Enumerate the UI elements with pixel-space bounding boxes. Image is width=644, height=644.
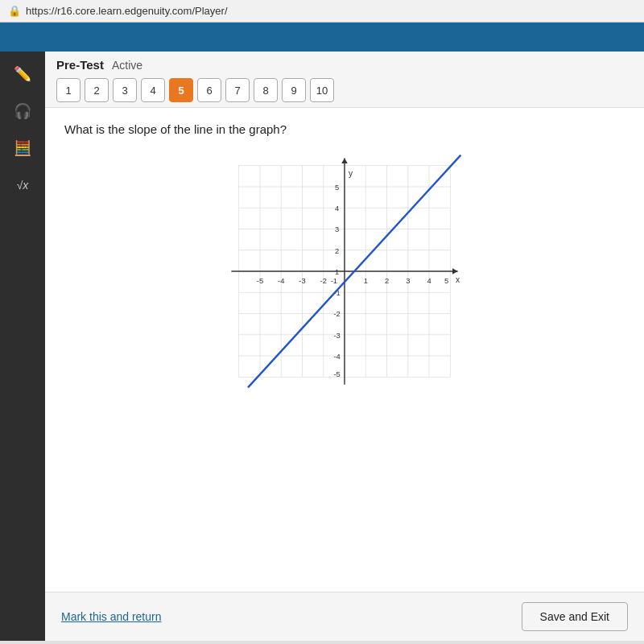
footer: Mark this and return Save and Exit [45,592,644,641]
content-area: ✏️ 🎧 🧮 √x Pre-Test Active 12345678910 Wh… [0,52,644,641]
svg-text:-1: -1 [331,277,337,285]
svg-text:-5: -5 [333,370,340,378]
svg-text:1: 1 [364,277,368,285]
question-btn-8[interactable]: 8 [254,78,278,102]
svg-marker-22 [341,158,348,163]
active-label: Active [112,59,142,72]
svg-text:5: 5 [444,277,448,285]
main-content: Pre-Test Active 12345678910 What is the … [45,52,644,641]
question-btn-2[interactable]: 2 [85,78,109,102]
svg-text:-4: -4 [333,353,340,361]
svg-text:-3: -3 [333,332,340,340]
pencil-icon[interactable]: ✏️ [6,58,39,90]
svg-text:-2: -2 [333,310,340,318]
svg-text:-2: -2 [320,277,327,285]
svg-text:y: y [349,169,353,178]
top-nav [0,23,644,52]
save-exit-button[interactable]: Save and Exit [522,602,628,631]
url-bar: https://r16.core.learn.edgenuity.com/Pla… [26,5,228,17]
question-btn-9[interactable]: 9 [282,78,306,102]
question-body: What is the slope of the line in the gra… [45,108,644,592]
graph-container: -5 -4 -3 -2 -1 1 2 3 4 5 x 5 4 [64,151,625,392]
question-btn-4[interactable]: 4 [141,78,165,102]
mark-return-link[interactable]: Mark this and return [61,610,162,623]
question-btn-5[interactable]: 5 [169,78,193,102]
pretest-label: Pre-Test [56,58,104,72]
question-btn-6[interactable]: 6 [197,78,221,102]
question-text: What is the slope of the line in the gra… [64,122,625,136]
lock-icon: 🔒 [8,5,21,17]
formula-icon[interactable]: √x [6,169,39,201]
browser-bar: 🔒 https://r16.core.learn.edgenuity.com/P… [0,0,644,23]
calculator-icon[interactable]: 🧮 [6,132,39,164]
svg-text:3: 3 [335,225,339,233]
question-numbers: 12345678910 [56,78,633,102]
svg-marker-21 [452,268,458,275]
svg-text:4: 4 [427,277,431,285]
question-btn-1[interactable]: 1 [56,78,80,102]
svg-text:-4: -4 [278,277,284,285]
app-container: ✏️ 🎧 🧮 √x Pre-Test Active 12345678910 Wh… [0,23,644,641]
svg-text:2: 2 [385,277,389,285]
sidebar: ✏️ 🎧 🧮 √x [0,52,45,641]
svg-text:x: x [456,275,460,284]
question-header: Pre-Test Active 12345678910 [45,52,644,108]
question-btn-7[interactable]: 7 [225,78,250,102]
question-btn-10[interactable]: 10 [310,78,334,102]
svg-text:4: 4 [335,204,339,213]
svg-text:-5: -5 [257,277,263,285]
svg-text:5: 5 [335,184,339,192]
question-btn-3[interactable]: 3 [113,78,137,102]
svg-text:2: 2 [335,247,339,255]
headphones-icon[interactable]: 🎧 [6,95,39,127]
svg-text:1: 1 [335,268,339,276]
svg-text:-3: -3 [299,277,305,285]
graph-svg: -5 -4 -3 -2 -1 1 2 3 4 5 x 5 4 [224,151,465,392]
svg-text:3: 3 [406,277,410,285]
